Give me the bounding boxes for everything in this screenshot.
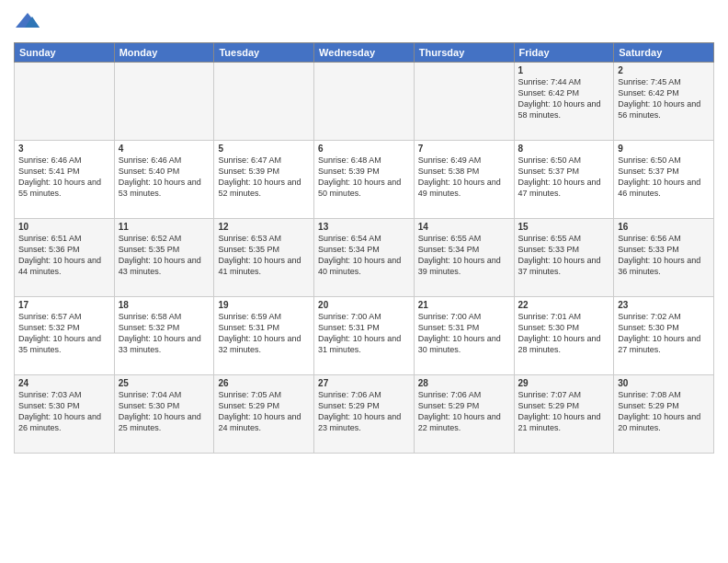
week-row-3: 17Sunrise: 6:57 AM Sunset: 5:32 PM Dayli… <box>15 297 714 375</box>
day-cell: 2Sunrise: 7:45 AM Sunset: 6:42 PM Daylig… <box>614 63 714 141</box>
day-number: 3 <box>18 144 110 154</box>
day-cell: 26Sunrise: 7:05 AM Sunset: 5:29 PM Dayli… <box>214 375 314 454</box>
day-info: Sunrise: 7:06 AM Sunset: 5:29 PM Dayligh… <box>318 389 410 434</box>
day-number: 21 <box>418 300 510 310</box>
day-number: 24 <box>18 378 110 388</box>
day-cell: 4Sunrise: 6:46 AM Sunset: 5:40 PM Daylig… <box>114 141 214 219</box>
day-info: Sunrise: 7:07 AM Sunset: 5:29 PM Dayligh… <box>518 389 610 434</box>
page: SundayMondayTuesdayWednesdayThursdayFrid… <box>0 0 728 467</box>
day-number: 25 <box>119 378 210 388</box>
day-cell: 25Sunrise: 7:04 AM Sunset: 5:30 PM Dayli… <box>114 375 214 454</box>
day-info: Sunrise: 7:03 AM Sunset: 5:30 PM Dayligh… <box>18 389 110 434</box>
day-cell: 14Sunrise: 6:55 AM Sunset: 5:34 PM Dayli… <box>414 219 514 297</box>
day-info: Sunrise: 6:48 AM Sunset: 5:39 PM Dayligh… <box>318 155 410 200</box>
day-cell: 11Sunrise: 6:52 AM Sunset: 5:35 PM Dayli… <box>114 219 214 297</box>
day-info: Sunrise: 6:50 AM Sunset: 5:37 PM Dayligh… <box>618 155 710 200</box>
day-cell: 13Sunrise: 6:54 AM Sunset: 5:34 PM Dayli… <box>314 219 415 297</box>
day-header-saturday: Saturday <box>614 43 714 63</box>
day-header-thursday: Thursday <box>414 43 514 63</box>
day-cell: 29Sunrise: 7:07 AM Sunset: 5:29 PM Dayli… <box>514 375 614 454</box>
logo <box>14 9 45 35</box>
day-cell: 23Sunrise: 7:02 AM Sunset: 5:30 PM Dayli… <box>614 297 714 375</box>
day-cell: 18Sunrise: 6:58 AM Sunset: 5:32 PM Dayli… <box>114 297 214 375</box>
day-info: Sunrise: 6:47 AM Sunset: 5:39 PM Dayligh… <box>218 155 310 200</box>
day-number: 5 <box>218 144 310 154</box>
day-cell <box>114 63 214 141</box>
day-number: 15 <box>518 222 610 232</box>
day-cell: 24Sunrise: 7:03 AM Sunset: 5:30 PM Dayli… <box>15 375 115 454</box>
day-cell: 6Sunrise: 6:48 AM Sunset: 5:39 PM Daylig… <box>314 141 415 219</box>
day-header-tuesday: Tuesday <box>214 43 314 63</box>
day-info: Sunrise: 6:55 AM Sunset: 5:34 PM Dayligh… <box>418 233 510 278</box>
day-header-wednesday: Wednesday <box>314 43 415 63</box>
day-cell: 7Sunrise: 6:49 AM Sunset: 5:38 PM Daylig… <box>414 141 514 219</box>
week-row-4: 24Sunrise: 7:03 AM Sunset: 5:30 PM Dayli… <box>15 375 714 454</box>
day-number: 27 <box>318 378 410 388</box>
day-number: 6 <box>318 144 410 154</box>
day-info: Sunrise: 6:55 AM Sunset: 5:33 PM Dayligh… <box>518 233 610 278</box>
day-info: Sunrise: 7:08 AM Sunset: 5:29 PM Dayligh… <box>618 389 710 434</box>
day-info: Sunrise: 6:49 AM Sunset: 5:38 PM Dayligh… <box>418 155 510 200</box>
week-row-0: 1Sunrise: 7:44 AM Sunset: 6:42 PM Daylig… <box>15 63 714 141</box>
day-number: 23 <box>618 300 710 310</box>
day-cell: 5Sunrise: 6:47 AM Sunset: 5:39 PM Daylig… <box>214 141 314 219</box>
day-info: Sunrise: 7:00 AM Sunset: 5:31 PM Dayligh… <box>318 311 410 356</box>
day-cell: 27Sunrise: 7:06 AM Sunset: 5:29 PM Dayli… <box>314 375 415 454</box>
day-number: 14 <box>418 222 510 232</box>
day-cell <box>15 63 115 141</box>
day-cell: 8Sunrise: 6:50 AM Sunset: 5:37 PM Daylig… <box>514 141 614 219</box>
day-cell: 20Sunrise: 7:00 AM Sunset: 5:31 PM Dayli… <box>314 297 415 375</box>
day-info: Sunrise: 6:59 AM Sunset: 5:31 PM Dayligh… <box>218 311 310 356</box>
day-number: 1 <box>518 65 610 75</box>
day-info: Sunrise: 7:44 AM Sunset: 6:42 PM Dayligh… <box>518 76 610 121</box>
day-cell: 3Sunrise: 6:46 AM Sunset: 5:41 PM Daylig… <box>15 141 115 219</box>
day-info: Sunrise: 7:05 AM Sunset: 5:29 PM Dayligh… <box>218 389 310 434</box>
day-number: 12 <box>218 222 310 232</box>
day-cell: 30Sunrise: 7:08 AM Sunset: 5:29 PM Dayli… <box>614 375 714 454</box>
day-info: Sunrise: 7:06 AM Sunset: 5:29 PM Dayligh… <box>418 389 510 434</box>
day-cell: 12Sunrise: 6:53 AM Sunset: 5:35 PM Dayli… <box>214 219 314 297</box>
day-number: 30 <box>618 378 710 388</box>
day-info: Sunrise: 6:54 AM Sunset: 5:34 PM Dayligh… <box>318 233 410 278</box>
day-cell <box>314 63 415 141</box>
day-cell: 16Sunrise: 6:56 AM Sunset: 5:33 PM Dayli… <box>614 219 714 297</box>
day-cell: 1Sunrise: 7:44 AM Sunset: 6:42 PM Daylig… <box>514 63 614 141</box>
day-cell: 28Sunrise: 7:06 AM Sunset: 5:29 PM Dayli… <box>414 375 514 454</box>
day-number: 13 <box>318 222 410 232</box>
day-cell: 9Sunrise: 6:50 AM Sunset: 5:37 PM Daylig… <box>614 141 714 219</box>
day-info: Sunrise: 6:57 AM Sunset: 5:32 PM Dayligh… <box>18 311 110 356</box>
day-cell <box>214 63 314 141</box>
day-cell <box>414 63 514 141</box>
day-number: 4 <box>119 144 210 154</box>
day-number: 16 <box>618 222 710 232</box>
day-number: 29 <box>518 378 610 388</box>
day-number: 19 <box>218 300 310 310</box>
day-info: Sunrise: 7:02 AM Sunset: 5:30 PM Dayligh… <box>618 311 710 356</box>
day-number: 26 <box>218 378 310 388</box>
day-info: Sunrise: 6:46 AM Sunset: 5:40 PM Dayligh… <box>119 155 210 200</box>
day-info: Sunrise: 6:58 AM Sunset: 5:32 PM Dayligh… <box>119 311 210 356</box>
day-info: Sunrise: 6:46 AM Sunset: 5:41 PM Dayligh… <box>18 155 110 200</box>
day-number: 7 <box>418 144 510 154</box>
day-number: 10 <box>18 222 110 232</box>
day-info: Sunrise: 7:00 AM Sunset: 5:31 PM Dayligh… <box>418 311 510 356</box>
calendar: SundayMondayTuesdayWednesdayThursdayFrid… <box>14 42 714 454</box>
day-info: Sunrise: 6:50 AM Sunset: 5:37 PM Dayligh… <box>518 155 610 200</box>
day-number: 18 <box>119 300 210 310</box>
day-cell: 19Sunrise: 6:59 AM Sunset: 5:31 PM Dayli… <box>214 297 314 375</box>
day-number: 22 <box>518 300 610 310</box>
day-cell: 15Sunrise: 6:55 AM Sunset: 5:33 PM Dayli… <box>514 219 614 297</box>
day-info: Sunrise: 6:56 AM Sunset: 5:33 PM Dayligh… <box>618 233 710 278</box>
day-number: 17 <box>18 300 110 310</box>
day-info: Sunrise: 7:01 AM Sunset: 5:30 PM Dayligh… <box>518 311 610 356</box>
day-cell: 22Sunrise: 7:01 AM Sunset: 5:30 PM Dayli… <box>514 297 614 375</box>
day-info: Sunrise: 6:53 AM Sunset: 5:35 PM Dayligh… <box>218 233 310 278</box>
day-header-friday: Friday <box>514 43 614 63</box>
day-cell: 17Sunrise: 6:57 AM Sunset: 5:32 PM Dayli… <box>15 297 115 375</box>
logo-icon <box>14 9 41 35</box>
day-number: 28 <box>418 378 510 388</box>
week-row-2: 10Sunrise: 6:51 AM Sunset: 5:36 PM Dayli… <box>15 219 714 297</box>
day-header-monday: Monday <box>114 43 214 63</box>
day-number: 9 <box>618 144 710 154</box>
header-row: SundayMondayTuesdayWednesdayThursdayFrid… <box>15 43 714 63</box>
